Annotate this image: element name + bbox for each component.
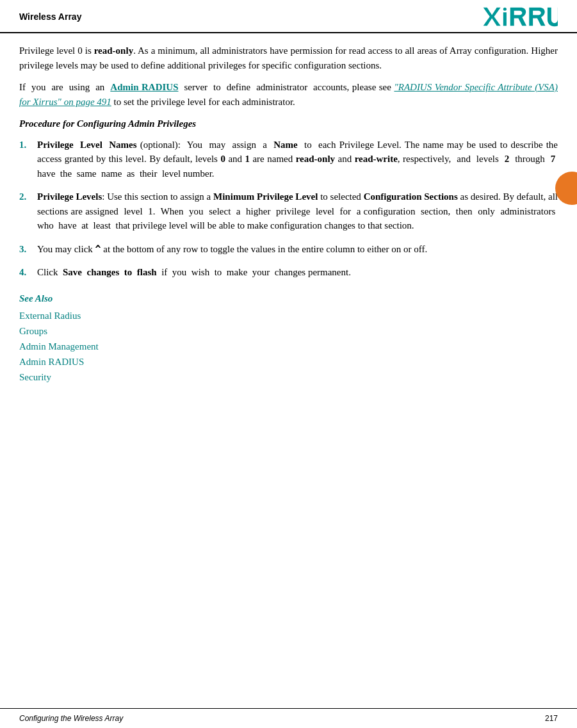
procedure-steps: 1. Privilege Level Names (optional): You… bbox=[19, 138, 558, 280]
see-also-link-external-radius[interactable]: External Radius bbox=[19, 308, 558, 323]
step-3-caret: ^ bbox=[95, 243, 101, 255]
step-3-number: 3. bbox=[19, 242, 37, 257]
step-1: 1. Privilege Level Names (optional): You… bbox=[19, 138, 558, 181]
step-4: 4. Click Save changes to flash if you wi… bbox=[19, 265, 558, 280]
svg-point-0 bbox=[503, 8, 507, 11]
step-2-min-priv: Minimum Privilege Level bbox=[213, 191, 318, 202]
see-also-section: See Also External Radius Groups Admin Ma… bbox=[19, 291, 558, 385]
vsa-link[interactable]: "RADIUS Vendor Specific Attribute (VSA) … bbox=[19, 82, 558, 107]
xirrus-logo: R bbox=[482, 6, 558, 27]
page-header: Wireless Array R bbox=[0, 0, 577, 33]
step-4-content: Click Save changes to flash if you wish … bbox=[37, 265, 558, 280]
footer-page-number: 217 bbox=[545, 713, 558, 724]
step-4-save-bold: Save changes to flash bbox=[63, 267, 157, 277]
main-content: Privilege level 0 is read-only. As a min… bbox=[0, 44, 577, 398]
step-1-0: 0 bbox=[220, 154, 225, 164]
footer-left: Configuring the Wireless Array bbox=[19, 713, 123, 724]
procedure-heading: Procedure for Configuring Admin Privileg… bbox=[19, 117, 558, 131]
step-1-7: 7 bbox=[551, 154, 556, 164]
step-1-read-only: read-only bbox=[296, 154, 335, 164]
see-also-link-admin-management[interactable]: Admin Management bbox=[19, 339, 558, 354]
orange-tab-decoration bbox=[555, 172, 577, 205]
step-1-1: 1 bbox=[245, 154, 250, 164]
see-also-link-admin-radius[interactable]: Admin RADIUS bbox=[19, 354, 558, 369]
admin-radius-link[interactable]: Admin RADIUS bbox=[110, 82, 178, 92]
step-3-content: You may click ^ at the bottom of any row… bbox=[37, 242, 558, 257]
logo-container: R bbox=[482, 6, 558, 27]
step-1-name-bold: Name bbox=[273, 140, 298, 150]
step-2-bold-label: Privilege Levels bbox=[37, 191, 102, 202]
step-4-number: 4. bbox=[19, 265, 37, 280]
page-footer: Configuring the Wireless Array 217 bbox=[0, 708, 577, 728]
step-1-bold-label: Privilege Level Names bbox=[37, 140, 137, 150]
header-title: Wireless Array bbox=[19, 10, 81, 24]
step-1-number: 1. bbox=[19, 138, 37, 152]
see-also-title: See Also bbox=[19, 291, 558, 306]
intro-paragraph-1: Privilege level 0 is read-only. As a min… bbox=[19, 44, 558, 72]
intro-paragraph-2: If you are using an Admin RADIUS server … bbox=[19, 80, 558, 109]
step-1-2: 2 bbox=[505, 154, 510, 164]
page-container: Wireless Array R bbox=[0, 0, 577, 728]
bold-read-only: read-only bbox=[94, 45, 133, 56]
step-1-content: Privilege Level Names (optional): You ma… bbox=[37, 138, 558, 181]
step-1-read-write: read-write bbox=[355, 154, 398, 164]
step-2-content: Privilege Levels: Use this section to as… bbox=[37, 190, 558, 233]
step-3: 3. You may click ^ at the bottom of any … bbox=[19, 242, 558, 257]
see-also-link-security[interactable]: Security bbox=[19, 369, 558, 385]
see-also-link-groups[interactable]: Groups bbox=[19, 323, 558, 339]
step-2-number: 2. bbox=[19, 190, 37, 204]
step-2-config-sections: Configuration Sections bbox=[364, 191, 458, 202]
step-2: 2. Privilege Levels: Use this section to… bbox=[19, 190, 558, 233]
svg-rect-1 bbox=[503, 12, 507, 26]
